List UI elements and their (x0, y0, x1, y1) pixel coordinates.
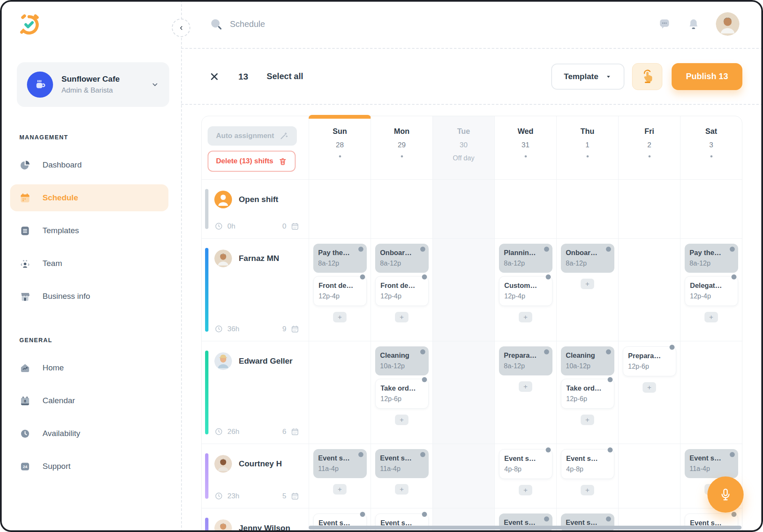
shift-card[interactable]: Onboar…8a-12p (375, 244, 429, 273)
shift-card[interactable]: Cleaning10a-12p (561, 346, 614, 375)
shift-cell-edward-geller-mon[interactable]: Cleaning10a-12pTake ord…12p-6p+ (371, 341, 432, 444)
shift-cell-courtney-h-mon[interactable]: Event s…11a-4p+ (371, 444, 432, 508)
add-shift-button[interactable]: + (395, 415, 408, 425)
bell-icon[interactable] (687, 18, 700, 30)
shift-card[interactable]: Delegat…12p-4p (685, 276, 738, 306)
add-shift-button[interactable]: + (333, 312, 347, 322)
sidebar-item-home[interactable]: Home (10, 354, 168, 381)
shift-card[interactable]: Event s…11a-4p (685, 449, 738, 478)
shift-card[interactable]: Onboar…8a-12p (561, 244, 614, 273)
shift-cell-edward-geller-fri[interactable]: Prepara…12p-6p+ (618, 341, 680, 444)
add-shift-button[interactable]: + (333, 484, 347, 495)
day-header-sun[interactable]: Sun28 (309, 116, 371, 179)
shift-card[interactable]: Pay the…8a-12p (685, 244, 738, 273)
main-area: Schedule (181, 0, 763, 532)
workspace-role: Admin & Barista (61, 86, 151, 95)
clear-selection-button[interactable] (209, 71, 220, 82)
shift-card[interactable]: Event s…4p-8p (561, 449, 614, 479)
shift-cell-farnaz-mn-fri[interactable] (618, 238, 680, 341)
shift-cell-open-shift-wed[interactable] (494, 179, 556, 238)
auto-assignment-button[interactable]: Auto assignment (208, 126, 297, 146)
shift-cell-courtney-h-sun[interactable]: Event s…11a-4p+ (309, 444, 371, 508)
shift-cell-edward-geller-wed[interactable]: Prepara…8a-12p+ (494, 341, 556, 444)
shift-cell-edward-geller-thu[interactable]: Cleaning10a-12pTake ord…12p-6p+ (556, 341, 618, 444)
shift-cell-open-shift-sun[interactable] (309, 179, 371, 238)
shift-cell-farnaz-mn-wed[interactable]: Plannin…8a-12pCustom…12p-4p+ (494, 238, 556, 341)
shift-cell-courtney-h-tue[interactable] (432, 444, 494, 508)
add-shift-button[interactable]: + (395, 484, 408, 495)
row-name: Edward Geller (239, 356, 293, 366)
sidebar-collapse-button[interactable] (172, 19, 190, 37)
add-shift-button[interactable]: + (704, 312, 718, 322)
shift-cell-farnaz-mn-sat[interactable]: Pay the…8a-12pDelegat…12p-4p+ (680, 238, 742, 341)
sidebar-item-dashboard[interactable]: Dashboard (10, 152, 168, 178)
shift-cell-courtney-h-thu[interactable]: Event s…4p-8p+ (556, 444, 618, 508)
shift-card[interactable]: Pay the…8a-12p (313, 244, 367, 273)
shift-cell-courtney-h-wed[interactable]: Event s…4p-8p+ (494, 444, 556, 508)
shift-card[interactable]: Take ord…12p-6p (561, 379, 614, 409)
shift-card[interactable]: Event s…11a-4p (313, 449, 367, 478)
shift-card[interactable]: Front de…12p-4p (375, 276, 429, 306)
shift-card[interactable]: Custom…12p-4p (499, 276, 552, 306)
shift-card[interactable]: Cleaning10a-12p (375, 346, 429, 375)
add-shift-button[interactable]: + (581, 415, 594, 425)
day-header-wed[interactable]: Wed31 (494, 116, 556, 179)
shift-card[interactable]: Prepara…12p-6p (623, 346, 676, 376)
delete-shifts-button[interactable]: Delete (13) shifts (208, 151, 296, 172)
template-dropdown[interactable]: Template (551, 64, 624, 90)
publish-button[interactable]: Publish 13 (672, 63, 742, 90)
workspace-selector[interactable]: Sunflower Cafe Admin & Barista (17, 62, 169, 107)
sidebar-item-templates[interactable]: Templates (10, 217, 168, 244)
select-all-button[interactable]: Select all (267, 72, 303, 81)
shift-cell-farnaz-mn-mon[interactable]: Onboar…8a-12pFront de…12p-4p+ (371, 238, 432, 341)
user-avatar[interactable] (716, 12, 739, 36)
shift-cell-edward-geller-sun[interactable] (309, 341, 371, 444)
search-icon[interactable] (209, 17, 223, 31)
day-header-thu[interactable]: Thu1 (556, 116, 618, 179)
add-shift-button[interactable]: + (395, 312, 408, 322)
shift-cell-open-shift-thu[interactable] (556, 179, 618, 238)
shift-cell-open-shift-sat[interactable] (680, 179, 742, 238)
day-header-tue[interactable]: Tue30Off day (432, 116, 494, 179)
shift-cell-farnaz-mn-thu[interactable]: Onboar…8a-12p+ (556, 238, 618, 341)
sidebar-item-business-info[interactable]: Business info (10, 283, 168, 310)
shift-card[interactable]: Take ord…12p-6p (375, 379, 429, 409)
shift-cell-courtney-h-fri[interactable] (618, 444, 680, 508)
add-shift-button[interactable]: + (643, 382, 656, 393)
shift-cell-open-shift-tue[interactable] (432, 179, 494, 238)
shift-card[interactable]: Plannin…8a-12p (499, 244, 552, 273)
shift-time: 10a-12p (566, 362, 609, 370)
shift-cell-open-shift-mon[interactable] (371, 179, 432, 238)
day-header-sat[interactable]: Sat3 (680, 116, 742, 179)
add-shift-button[interactable]: + (581, 485, 594, 495)
coffee-cup-icon (27, 72, 53, 98)
shift-cell-open-shift-fri[interactable] (618, 179, 680, 238)
add-shift-button[interactable]: + (519, 312, 532, 322)
shift-card[interactable]: Front de…12p-4p (313, 276, 367, 306)
shift-cell-farnaz-mn-tue[interactable] (432, 238, 494, 341)
shift-card[interactable]: Event s…4p-8p (499, 449, 552, 479)
day-date: 29 (371, 141, 432, 149)
sidebar-item-support[interactable]: 24Support (10, 453, 168, 480)
shift-time: 12p-4p (381, 293, 423, 300)
tap-assign-button[interactable] (632, 63, 662, 90)
sidebar-item-team[interactable]: Team (10, 250, 168, 277)
sidebar-item-label: Dashboard (43, 160, 82, 170)
add-shift-button[interactable]: + (519, 381, 532, 392)
add-shift-button[interactable]: + (519, 485, 532, 495)
shift-card[interactable]: Prepara…8a-12p (499, 346, 552, 375)
sidebar-item-calendar[interactable]: 8Calendar (10, 387, 168, 414)
day-header-mon[interactable]: Mon29 (371, 116, 432, 179)
add-shift-button[interactable]: + (581, 279, 594, 289)
horizontal-scrollbar[interactable] (309, 526, 742, 529)
shift-card[interactable]: Event s…11a-4p (375, 449, 429, 478)
row-name: Farnaz MN (239, 254, 279, 263)
sidebar-item-availability[interactable]: Availability (10, 420, 168, 447)
shift-cell-edward-geller-tue[interactable] (432, 341, 494, 444)
day-header-fri[interactable]: Fri2 (618, 116, 680, 179)
chat-icon[interactable] (658, 17, 671, 31)
sidebar-item-schedule[interactable]: Schedule (10, 184, 168, 211)
voice-assistant-fab[interactable] (707, 476, 744, 513)
shift-cell-farnaz-mn-sun[interactable]: Pay the…8a-12pFront de…12p-4p+ (309, 238, 371, 341)
shift-cell-edward-geller-sat[interactable] (680, 341, 742, 444)
